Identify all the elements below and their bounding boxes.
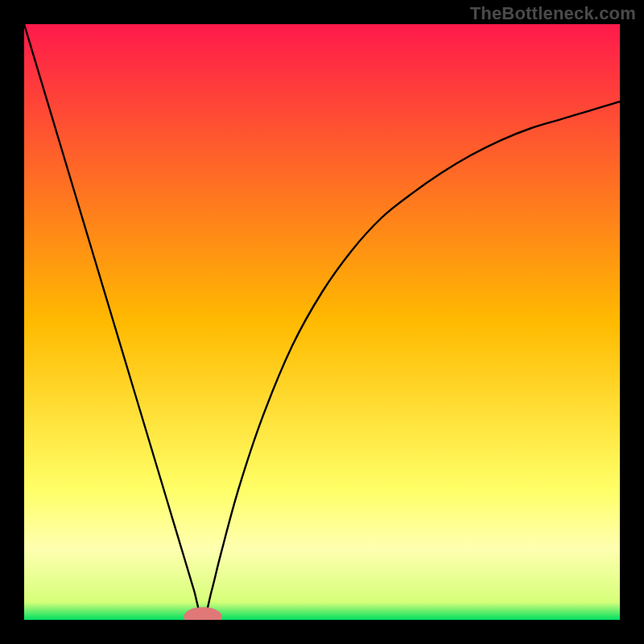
chart-frame: TheBottleneck.com (0, 0, 644, 644)
plot-area (24, 24, 620, 620)
chart-svg (24, 24, 620, 620)
watermark-text: TheBottleneck.com (470, 3, 636, 24)
